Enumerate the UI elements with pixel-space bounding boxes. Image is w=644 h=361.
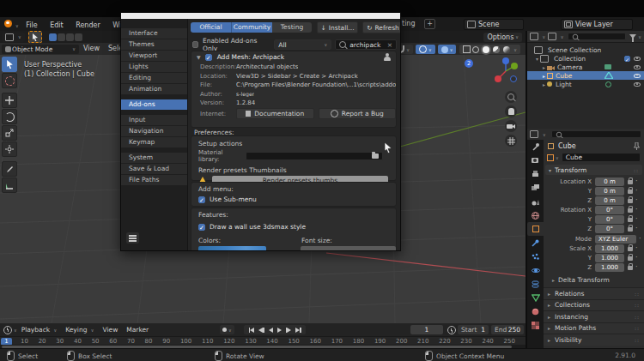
tab-official[interactable]: Official <box>191 22 231 33</box>
lock-icon[interactable] <box>628 266 633 270</box>
active-tool-select-box[interactable] <box>28 31 42 43</box>
navigation-gizmo[interactable] <box>493 57 519 86</box>
expand-arrow-icon[interactable]: ▼ <box>197 54 201 60</box>
lock-icon[interactable] <box>628 208 633 213</box>
lock-icon[interactable] <box>628 190 633 194</box>
outliner-search-input[interactable] <box>568 33 627 40</box>
tab-texture[interactable] <box>527 318 544 332</box>
value-field[interactable]: 0 m <box>595 187 624 196</box>
window-titlebar[interactable] <box>121 13 400 19</box>
outliner-row-scene-collection[interactable]: Scene Collection <box>527 45 644 54</box>
category-dropdown[interactable]: All∨ <box>274 39 331 50</box>
tool-scale-button[interactable] <box>2 125 17 141</box>
clear-search-icon[interactable]: × <box>387 41 392 49</box>
sidebar-item-input[interactable]: Input <box>121 115 187 125</box>
sidebar-item-editing[interactable]: Editing <box>121 73 187 83</box>
sidebar-item-system[interactable]: System <box>121 153 187 163</box>
lock-icon[interactable] <box>628 199 633 203</box>
proportional-edit-icon[interactable]: ∨ <box>416 45 435 54</box>
options-button[interactable]: Options∨ <box>483 33 522 42</box>
tool-move-button[interactable] <box>2 93 17 108</box>
properties-editor-icon[interactable] <box>530 130 538 138</box>
collapsed-panel[interactable]: ▸ Visibility :: <box>544 334 644 346</box>
select-mode-circle[interactable] <box>66 33 74 41</box>
tool-annotate-button[interactable] <box>2 161 17 177</box>
draw-wall-checkbox[interactable]: ✓ <box>198 224 205 231</box>
collapsed-panel[interactable]: ▸ Collections :: <box>544 299 644 311</box>
animate-dot[interactable]: · <box>635 208 638 213</box>
value-field[interactable]: 0° <box>595 206 624 214</box>
select-mode-lasso[interactable] <box>75 33 82 41</box>
addon-enabled-checkbox[interactable]: ✓ <box>205 54 212 61</box>
properties-search-input[interactable] <box>551 130 641 138</box>
filter-funnel-icon[interactable] <box>629 34 636 39</box>
editor-type-button[interactable]: ∨ <box>2 33 25 42</box>
animate-dot[interactable]: · <box>635 256 638 261</box>
camera-data-icon[interactable] <box>605 64 611 69</box>
animate-dot[interactable]: · <box>635 189 638 194</box>
animate-dot[interactable]: · <box>639 237 641 242</box>
gizmo-x-axis[interactable] <box>495 75 501 82</box>
tab-testing[interactable]: Testing <box>272 22 312 33</box>
transform-panel-header[interactable]: ▾ Transform :: <box>545 165 642 175</box>
add-workspace-button[interactable]: + <box>424 19 435 29</box>
collection-checkbox[interactable]: ✓ <box>624 56 630 62</box>
blender-logo-icon[interactable] <box>4 20 12 27</box>
value-field[interactable]: 1.000 <box>595 263 624 272</box>
menu-view[interactable]: View <box>79 43 104 55</box>
sidebar-item-viewport[interactable]: Viewport <box>121 51 187 61</box>
sidebar-item-save-load[interactable]: Save & Load <box>121 164 187 174</box>
mesh-data-icon[interactable] <box>605 72 613 79</box>
tab-scene[interactable] <box>527 195 544 208</box>
menu-playback[interactable]: Playback ∨ <box>17 323 62 337</box>
sidebar-item-interface[interactable]: Interface <box>121 28 187 39</box>
eye-icon[interactable] <box>634 74 641 78</box>
sidebar-item-addons[interactable]: Add-ons <box>121 99 187 110</box>
auto-key-button[interactable]: ∨ <box>220 325 234 334</box>
enabled-only-checkbox[interactable] <box>192 41 198 48</box>
frame-end-field[interactable]: End250 <box>491 325 524 334</box>
ortho-grid-icon[interactable] <box>505 135 517 147</box>
play-reverse-button[interactable] <box>269 328 273 333</box>
animate-dot[interactable]: · <box>635 198 638 203</box>
value-field[interactable]: 0 m <box>595 177 624 186</box>
install-button[interactable]: ↓Install... <box>317 21 358 33</box>
shading-rendered-icon[interactable] <box>503 46 510 53</box>
pan-hand-icon[interactable] <box>505 105 517 117</box>
mode-dropdown[interactable]: Object Mode∨ <box>2 45 79 54</box>
tab-physics[interactable] <box>527 263 544 277</box>
lock-icon[interactable] <box>628 247 633 251</box>
tab-constraints[interactable] <box>527 277 544 291</box>
tool-select-box-button[interactable] <box>2 57 17 72</box>
value-field[interactable]: 0° <box>595 215 624 224</box>
menu-view[interactable]: View <box>98 323 122 336</box>
lock-icon[interactable] <box>628 180 633 184</box>
current-frame-field[interactable]: 1 <box>410 325 443 334</box>
value-field[interactable]: 1.000 <box>595 254 624 262</box>
menu-marker[interactable]: Marker <box>122 323 153 336</box>
use-submenu-checkbox[interactable]: ✓ <box>198 196 205 203</box>
lock-icon[interactable] <box>628 227 633 232</box>
gizmo-minus-z[interactable] <box>511 76 517 82</box>
eye-icon[interactable] <box>634 65 641 69</box>
delta-transform-panel[interactable]: ▸ Delta Transform <box>544 274 644 285</box>
value-field[interactable]: 0 m <box>595 196 624 205</box>
tool-cursor-button[interactable] <box>2 73 17 88</box>
view-layer-selector[interactable]: View Layer <box>561 19 633 30</box>
outliner-row-collection[interactable]: ▾ Collection ✓ <box>527 54 644 63</box>
outliner-row-cube[interactable]: ▸ Cube <box>527 71 644 80</box>
sidebar-item-animation[interactable]: Animation <box>121 84 187 94</box>
drag-grip-icon[interactable]: :: <box>634 167 639 173</box>
select-mode-tweak[interactable] <box>49 33 57 41</box>
tab-output[interactable] <box>527 167 544 181</box>
tool-rotate-button[interactable] <box>2 109 17 124</box>
collapsed-panel[interactable]: ▸ Motion Paths :: <box>544 322 644 334</box>
camera-view-icon[interactable] <box>505 120 517 132</box>
animate-dot[interactable]: · <box>635 226 638 232</box>
tab-view-layer[interactable] <box>527 181 544 195</box>
tab-community[interactable]: Community <box>231 22 272 33</box>
addon-search-input[interactable]: archipack × <box>335 39 397 50</box>
outliner-row-camera[interactable]: ▸ Camera <box>527 63 644 71</box>
sidebar-item-keymap[interactable]: Keymap <box>121 137 187 147</box>
jump-to-start-button[interactable] <box>249 328 255 333</box>
